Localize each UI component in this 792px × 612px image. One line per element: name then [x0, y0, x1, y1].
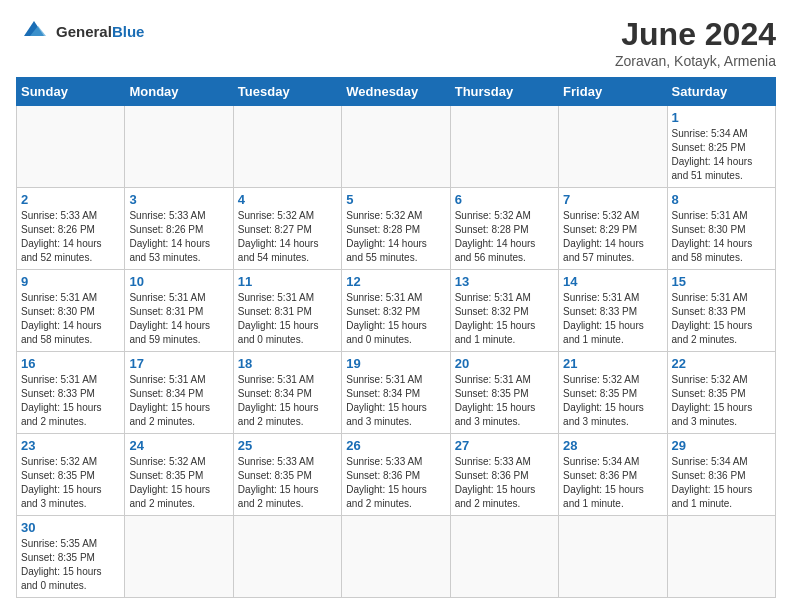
week-row-6: 30Sunrise: 5:35 AM Sunset: 8:35 PM Dayli…	[17, 516, 776, 598]
day-number: 26	[346, 438, 445, 453]
day-info: Sunrise: 5:34 AM Sunset: 8:36 PM Dayligh…	[672, 455, 771, 511]
day-number: 5	[346, 192, 445, 207]
day-info: Sunrise: 5:31 AM Sunset: 8:32 PM Dayligh…	[346, 291, 445, 347]
day-number: 27	[455, 438, 554, 453]
week-row-2: 2Sunrise: 5:33 AM Sunset: 8:26 PM Daylig…	[17, 188, 776, 270]
calendar-cell	[125, 516, 233, 598]
day-info: Sunrise: 5:31 AM Sunset: 8:35 PM Dayligh…	[455, 373, 554, 429]
calendar-cell	[125, 106, 233, 188]
day-number: 28	[563, 438, 662, 453]
day-number: 20	[455, 356, 554, 371]
weekday-header-saturday: Saturday	[667, 78, 775, 106]
calendar-cell: 5Sunrise: 5:32 AM Sunset: 8:28 PM Daylig…	[342, 188, 450, 270]
weekday-header-sunday: Sunday	[17, 78, 125, 106]
day-info: Sunrise: 5:33 AM Sunset: 8:26 PM Dayligh…	[129, 209, 228, 265]
calendar-cell: 17Sunrise: 5:31 AM Sunset: 8:34 PM Dayli…	[125, 352, 233, 434]
day-info: Sunrise: 5:33 AM Sunset: 8:36 PM Dayligh…	[346, 455, 445, 511]
day-number: 18	[238, 356, 337, 371]
day-info: Sunrise: 5:34 AM Sunset: 8:36 PM Dayligh…	[563, 455, 662, 511]
calendar-cell: 28Sunrise: 5:34 AM Sunset: 8:36 PM Dayli…	[559, 434, 667, 516]
day-number: 10	[129, 274, 228, 289]
day-number: 13	[455, 274, 554, 289]
day-number: 23	[21, 438, 120, 453]
day-info: Sunrise: 5:31 AM Sunset: 8:31 PM Dayligh…	[129, 291, 228, 347]
day-info: Sunrise: 5:35 AM Sunset: 8:35 PM Dayligh…	[21, 537, 120, 593]
logo-text: GeneralBlue	[56, 23, 144, 40]
day-info: Sunrise: 5:32 AM Sunset: 8:27 PM Dayligh…	[238, 209, 337, 265]
day-number: 7	[563, 192, 662, 207]
day-info: Sunrise: 5:34 AM Sunset: 8:25 PM Dayligh…	[672, 127, 771, 183]
weekday-header-friday: Friday	[559, 78, 667, 106]
calendar-cell	[450, 106, 558, 188]
day-info: Sunrise: 5:31 AM Sunset: 8:34 PM Dayligh…	[129, 373, 228, 429]
day-info: Sunrise: 5:31 AM Sunset: 8:34 PM Dayligh…	[238, 373, 337, 429]
day-info: Sunrise: 5:32 AM Sunset: 8:28 PM Dayligh…	[346, 209, 445, 265]
day-info: Sunrise: 5:31 AM Sunset: 8:33 PM Dayligh…	[672, 291, 771, 347]
day-number: 21	[563, 356, 662, 371]
week-row-5: 23Sunrise: 5:32 AM Sunset: 8:35 PM Dayli…	[17, 434, 776, 516]
day-number: 19	[346, 356, 445, 371]
calendar-cell: 19Sunrise: 5:31 AM Sunset: 8:34 PM Dayli…	[342, 352, 450, 434]
day-number: 30	[21, 520, 120, 535]
calendar-title: June 2024	[615, 16, 776, 53]
day-info: Sunrise: 5:31 AM Sunset: 8:34 PM Dayligh…	[346, 373, 445, 429]
day-number: 2	[21, 192, 120, 207]
calendar-cell	[342, 516, 450, 598]
calendar-cell: 29Sunrise: 5:34 AM Sunset: 8:36 PM Dayli…	[667, 434, 775, 516]
week-row-1: 1Sunrise: 5:34 AM Sunset: 8:25 PM Daylig…	[17, 106, 776, 188]
day-info: Sunrise: 5:33 AM Sunset: 8:35 PM Dayligh…	[238, 455, 337, 511]
weekday-header-monday: Monday	[125, 78, 233, 106]
logo-icon	[16, 16, 52, 46]
calendar-cell: 1Sunrise: 5:34 AM Sunset: 8:25 PM Daylig…	[667, 106, 775, 188]
day-number: 6	[455, 192, 554, 207]
day-number: 14	[563, 274, 662, 289]
day-number: 11	[238, 274, 337, 289]
calendar-cell: 11Sunrise: 5:31 AM Sunset: 8:31 PM Dayli…	[233, 270, 341, 352]
calendar-cell	[342, 106, 450, 188]
day-number: 25	[238, 438, 337, 453]
day-info: Sunrise: 5:32 AM Sunset: 8:29 PM Dayligh…	[563, 209, 662, 265]
calendar-cell: 16Sunrise: 5:31 AM Sunset: 8:33 PM Dayli…	[17, 352, 125, 434]
day-number: 8	[672, 192, 771, 207]
calendar-cell: 4Sunrise: 5:32 AM Sunset: 8:27 PM Daylig…	[233, 188, 341, 270]
day-number: 3	[129, 192, 228, 207]
day-number: 9	[21, 274, 120, 289]
day-info: Sunrise: 5:32 AM Sunset: 8:35 PM Dayligh…	[129, 455, 228, 511]
calendar-cell: 27Sunrise: 5:33 AM Sunset: 8:36 PM Dayli…	[450, 434, 558, 516]
day-info: Sunrise: 5:31 AM Sunset: 8:31 PM Dayligh…	[238, 291, 337, 347]
calendar-cell: 9Sunrise: 5:31 AM Sunset: 8:30 PM Daylig…	[17, 270, 125, 352]
day-number: 17	[129, 356, 228, 371]
day-info: Sunrise: 5:32 AM Sunset: 8:35 PM Dayligh…	[672, 373, 771, 429]
day-info: Sunrise: 5:33 AM Sunset: 8:26 PM Dayligh…	[21, 209, 120, 265]
calendar-cell	[559, 516, 667, 598]
day-info: Sunrise: 5:31 AM Sunset: 8:33 PM Dayligh…	[563, 291, 662, 347]
day-info: Sunrise: 5:33 AM Sunset: 8:36 PM Dayligh…	[455, 455, 554, 511]
day-number: 12	[346, 274, 445, 289]
day-number: 22	[672, 356, 771, 371]
calendar-cell: 18Sunrise: 5:31 AM Sunset: 8:34 PM Dayli…	[233, 352, 341, 434]
calendar-cell: 12Sunrise: 5:31 AM Sunset: 8:32 PM Dayli…	[342, 270, 450, 352]
calendar-cell: 8Sunrise: 5:31 AM Sunset: 8:30 PM Daylig…	[667, 188, 775, 270]
weekday-header-thursday: Thursday	[450, 78, 558, 106]
calendar-cell	[233, 106, 341, 188]
calendar-cell: 6Sunrise: 5:32 AM Sunset: 8:28 PM Daylig…	[450, 188, 558, 270]
day-number: 29	[672, 438, 771, 453]
calendar-cell	[17, 106, 125, 188]
weekday-header-wednesday: Wednesday	[342, 78, 450, 106]
calendar-cell: 25Sunrise: 5:33 AM Sunset: 8:35 PM Dayli…	[233, 434, 341, 516]
calendar-subtitle: Zoravan, Kotayk, Armenia	[615, 53, 776, 69]
calendar-cell: 10Sunrise: 5:31 AM Sunset: 8:31 PM Dayli…	[125, 270, 233, 352]
calendar-cell	[667, 516, 775, 598]
weekday-header-row: SundayMondayTuesdayWednesdayThursdayFrid…	[17, 78, 776, 106]
calendar-cell: 7Sunrise: 5:32 AM Sunset: 8:29 PM Daylig…	[559, 188, 667, 270]
title-area: June 2024 Zoravan, Kotayk, Armenia	[615, 16, 776, 69]
calendar-cell: 2Sunrise: 5:33 AM Sunset: 8:26 PM Daylig…	[17, 188, 125, 270]
header: GeneralBlue June 2024 Zoravan, Kotayk, A…	[16, 16, 776, 69]
calendar-cell	[559, 106, 667, 188]
logo: GeneralBlue	[16, 16, 144, 46]
calendar-cell: 26Sunrise: 5:33 AM Sunset: 8:36 PM Dayli…	[342, 434, 450, 516]
day-info: Sunrise: 5:31 AM Sunset: 8:30 PM Dayligh…	[672, 209, 771, 265]
day-number: 1	[672, 110, 771, 125]
day-number: 24	[129, 438, 228, 453]
calendar-cell: 21Sunrise: 5:32 AM Sunset: 8:35 PM Dayli…	[559, 352, 667, 434]
